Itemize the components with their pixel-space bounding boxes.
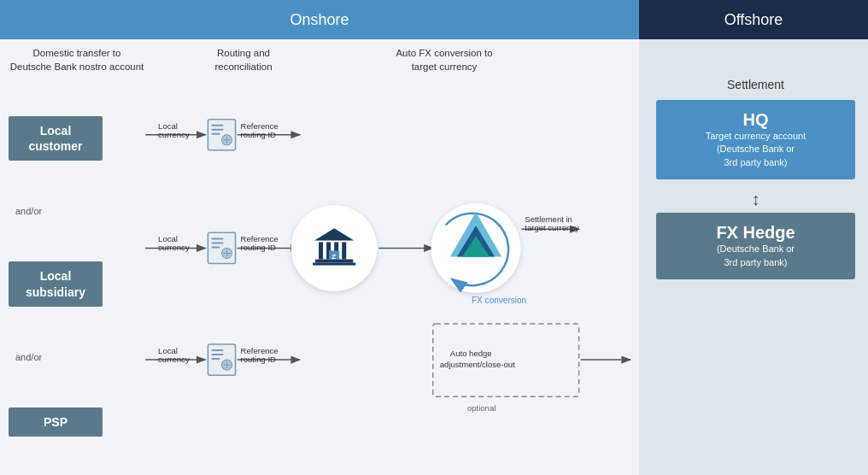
fx-hedge-subtitle: (Deutsche Bank or3rd party bank): [665, 243, 847, 269]
onshore-header: Onshore: [0, 0, 639, 39]
local-subsidiary-box: Localsubsidiary: [9, 261, 103, 306]
svg-text:currency: currency: [158, 130, 190, 139]
svg-rect-17: [211, 238, 223, 239]
hq-title: HQ: [665, 110, 847, 130]
svg-text:routing ID: routing ID: [241, 355, 276, 364]
double-arrow-icon: ↕: [656, 190, 855, 209]
hq-box: HQ Target currency account(Deutsche Bank…: [656, 100, 855, 179]
svg-rect-16: [208, 232, 235, 263]
svg-text:routing ID: routing ID: [241, 243, 276, 252]
offshore-header: Offshore: [639, 0, 868, 39]
entity-group-customer: Localcustomer: [9, 116, 141, 161]
svg-rect-5: [211, 129, 223, 131]
flow-area: Local currency Reference: [141, 48, 639, 466]
andor-2: and/or: [15, 352, 141, 362]
svg-rect-29: [208, 344, 235, 375]
svg-text:FX conversion: FX conversion: [472, 296, 526, 305]
flow-svg: Local currency Reference: [141, 48, 639, 466]
offshore-label: Offshore: [724, 11, 783, 29]
onshore-section: Domestic transfer toDeutsche Bank nostro…: [0, 39, 639, 475]
entity-group-subsidiary: Localsubsidiary: [9, 261, 141, 306]
svg-rect-48: [313, 263, 355, 266]
svg-rect-6: [211, 133, 220, 135]
entities-column: Localcustomer and/or Localsubsidiary and…: [0, 48, 141, 466]
svg-rect-41: [319, 242, 323, 259]
svg-text:Z: Z: [331, 253, 336, 261]
header-row: Onshore Offshore: [0, 0, 868, 39]
svg-text:optional: optional: [467, 403, 496, 413]
svg-rect-32: [211, 358, 220, 360]
svg-text:Auto hedge: Auto hedge: [450, 349, 492, 358]
svg-text:currency: currency: [158, 243, 190, 252]
offshore-section: Settlement HQ Target currency account(De…: [639, 39, 868, 475]
svg-rect-3: [208, 120, 235, 150]
svg-rect-30: [211, 349, 223, 351]
svg-rect-44: [342, 242, 346, 259]
svg-text:currency: currency: [158, 355, 190, 364]
svg-text:target currency: target currency: [525, 223, 579, 232]
main-container: Onshore Offshore Domestic transfer toDeu…: [0, 0, 868, 475]
col-label-domestic: Domestic transfer toDeutsche Bank nostro…: [4, 46, 150, 73]
fx-hedge-box: FX Hedge (Deutsche Bank or3rd party bank…: [656, 213, 855, 279]
andor-1: and/or: [15, 206, 141, 216]
svg-text:routing ID: routing ID: [241, 130, 276, 139]
doc-icon-1: [208, 120, 235, 150]
entity-group-psp: PSP: [9, 408, 141, 437]
settlement-label: Settlement: [656, 78, 855, 91]
svg-rect-19: [211, 246, 220, 248]
svg-rect-4: [211, 125, 223, 126]
svg-text:adjustment/close-out: adjustment/close-out: [440, 360, 515, 369]
onshore-label: Onshore: [290, 11, 349, 29]
main-area: Domestic transfer toDeutsche Bank nostro…: [0, 39, 868, 475]
hq-subtitle: Target currency account(Deutsche Bank or…: [665, 130, 847, 169]
svg-rect-31: [211, 354, 223, 355]
svg-rect-18: [211, 242, 223, 243]
local-customer-box: Localcustomer: [9, 116, 103, 161]
psp-box: PSP: [9, 408, 103, 437]
fx-hedge-title: FX Hedge: [665, 223, 847, 243]
